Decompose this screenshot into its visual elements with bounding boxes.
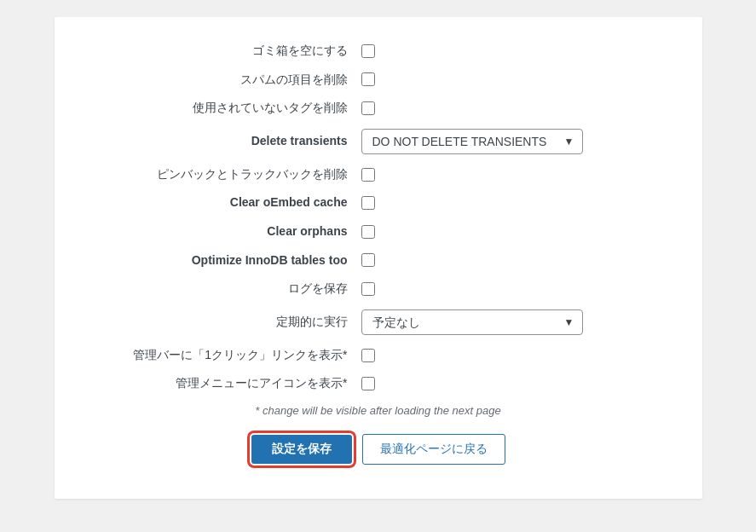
label-delete-spam: スパムの項目を削除 — [89, 72, 361, 89]
checkbox-empty-trash[interactable] — [361, 44, 375, 58]
checkbox-delete-spam[interactable] — [361, 72, 375, 86]
label-delete-unused-tags: 使用されていないタグを削除 — [89, 100, 361, 117]
row-delete-pingbacks: ピンバックとトラックバックを削除 — [89, 166, 668, 183]
control-delete-transients: DO NOT DELETE TRANSIENTS DELETE TRANSIEN… — [361, 129, 583, 154]
save-button[interactable]: 設定を保存 — [251, 435, 352, 464]
control-empty-trash — [361, 44, 375, 58]
row-admin-menu-icon: 管理メニューにアイコンを表示* — [89, 375, 668, 392]
row-delete-spam: スパムの項目を削除 — [89, 72, 668, 89]
checkbox-admin-menu-icon[interactable] — [361, 377, 375, 390]
label-admin-menu-icon: 管理メニューにアイコンを表示* — [89, 375, 361, 392]
label-empty-trash: ゴミ箱を空にする — [89, 43, 361, 60]
control-schedule: 予定なし 毎時 毎日 毎週 ▼ — [361, 309, 583, 335]
label-schedule: 定期的に実行 — [89, 314, 361, 331]
checkbox-delete-pingbacks[interactable] — [361, 168, 375, 182]
transients-select[interactable]: DO NOT DELETE TRANSIENTS DELETE TRANSIEN… — [361, 129, 583, 154]
label-optimize-innodb: Optimize InnoDB tables too — [89, 252, 361, 269]
row-schedule: 定期的に実行 予定なし 毎時 毎日 毎週 ▼ — [89, 309, 668, 335]
control-admin-bar-link — [361, 349, 375, 362]
settings-form: ゴミ箱を空にする スパムの項目を削除 使用されていないタグを削除 Delete … — [55, 17, 702, 499]
button-row: 設定を保存 最適化ページに戻る — [89, 434, 668, 465]
checkbox-admin-bar-link[interactable] — [361, 349, 375, 362]
row-save-log: ログを保存 — [89, 280, 668, 298]
row-delete-transients: Delete transients DO NOT DELETE TRANSIEN… — [89, 129, 668, 154]
checkbox-delete-unused-tags[interactable] — [361, 101, 375, 115]
row-delete-unused-tags: 使用されていないタグを削除 — [89, 100, 668, 117]
control-save-log — [361, 282, 375, 296]
label-delete-transients: Delete transients — [89, 133, 361, 150]
checkbox-clear-orphans[interactable] — [361, 225, 375, 239]
control-clear-oembed — [361, 196, 375, 210]
note-text: * change will be visible after loading t… — [89, 404, 668, 417]
schedule-select[interactable]: 予定なし 毎時 毎日 毎週 — [361, 309, 583, 335]
checkbox-clear-oembed[interactable] — [361, 196, 375, 210]
control-delete-spam — [361, 72, 375, 86]
row-admin-bar-link: 管理バーに「1クリック」リンクを表示* — [89, 347, 668, 364]
label-admin-bar-link: 管理バーに「1クリック」リンクを表示* — [89, 347, 361, 364]
label-delete-pingbacks: ピンバックとトラックバックを削除 — [89, 166, 361, 183]
checkbox-optimize-innodb[interactable] — [361, 253, 375, 267]
row-clear-oembed: Clear oEmbed cache — [89, 194, 668, 211]
row-clear-orphans: Clear orphans — [89, 223, 668, 240]
control-clear-orphans — [361, 225, 375, 239]
control-optimize-innodb — [361, 253, 375, 267]
control-delete-pingbacks — [361, 168, 375, 182]
row-empty-trash: ゴミ箱を空にする — [89, 43, 668, 60]
label-clear-orphans: Clear orphans — [89, 223, 361, 240]
control-admin-menu-icon — [361, 377, 375, 390]
schedule-select-wrapper: 予定なし 毎時 毎日 毎週 ▼ — [361, 309, 583, 335]
transients-select-wrapper: DO NOT DELETE TRANSIENTS DELETE TRANSIEN… — [361, 129, 583, 154]
back-button[interactable]: 最適化ページに戻る — [362, 434, 505, 465]
label-save-log: ログを保存 — [89, 280, 361, 298]
control-delete-unused-tags — [361, 101, 375, 115]
label-clear-oembed: Clear oEmbed cache — [89, 194, 361, 211]
row-optimize-innodb: Optimize InnoDB tables too — [89, 252, 668, 269]
checkbox-save-log[interactable] — [361, 282, 375, 296]
